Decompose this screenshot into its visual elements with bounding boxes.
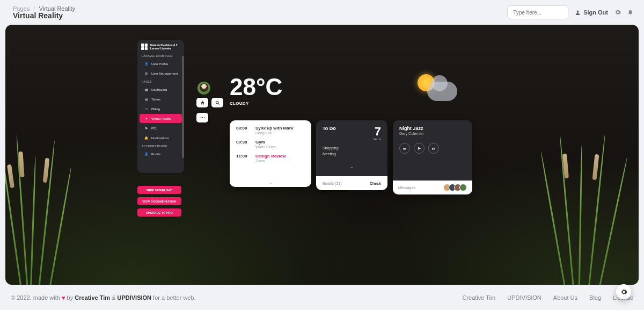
sidebar: Material Dashboard 2Laravel Livewire LAR… (137, 40, 187, 219)
track-artist: Gary Coleman (399, 132, 466, 135)
search-icon (215, 100, 220, 105)
sidebar-item-notifications[interactable]: 🔔Notifications (140, 133, 182, 142)
svg-point-1 (216, 101, 218, 104)
sidebar-item-billing[interactable]: ▭Billing (140, 104, 182, 113)
messages-label: Messages (398, 186, 415, 190)
sidebar-section-laravel: LARAVEL EXAMPLES (137, 53, 184, 59)
breadcrumb-sep: / (33, 5, 35, 12)
prev-button[interactable]: ⏮ (399, 143, 410, 154)
ellipsis-icon: ⋯ (200, 115, 205, 120)
search-button[interactable] (211, 98, 223, 107)
footer-link[interactable]: Creative Tim (462, 294, 495, 301)
home-button[interactable] (196, 98, 208, 107)
user-icon: 👤 (144, 62, 148, 66)
prev-icon: ⏮ (403, 147, 407, 150)
todo-count: 7 (374, 126, 381, 138)
footer-copy: © 2022, made with ♥ by Creative Tim & UP… (11, 294, 196, 301)
breadcrumb-current: Virtual Reality (39, 5, 75, 12)
todo-title: To Do (323, 126, 336, 141)
scrollbar[interactable] (182, 56, 184, 158)
breadcrumb: Pages / Virtual Reality (13, 5, 75, 12)
gear-icon[interactable] (614, 9, 621, 16)
todo-card: To Do 7 items Shopping Meeting ⌄ Emails … (316, 120, 387, 190)
rtl-icon: ⮞ (144, 126, 148, 130)
todo-list: Shopping Meeting (316, 143, 387, 159)
sidebar-item-dashboard[interactable]: ▦Dashboard (140, 85, 182, 94)
topbar: Pages / Virtual Reality Virtual Reality … (0, 0, 644, 25)
user-icon (575, 10, 581, 16)
sidebar-section-pages: PAGES (137, 78, 184, 84)
schedule-card: 08:00 Synk up with MarkHangouts 09:30 Gy… (230, 120, 311, 187)
gear-icon (620, 289, 627, 295)
sidebar-section-account: ACCOUNT PAGES (137, 143, 184, 149)
weather-condition: CLOUDY (230, 101, 282, 106)
dashboard-icon: ▦ (144, 88, 148, 91)
footer-link[interactable]: Blog (589, 294, 601, 301)
play-button[interactable]: ▶ (414, 143, 425, 154)
view-documentation-button[interactable]: VIEW DOCUMENTATION (137, 197, 181, 205)
weather-widget: 28°C CLOUDY (230, 75, 282, 106)
sidebar-item-user-profile[interactable]: 👤User Profile (140, 59, 182, 68)
sidebar-item-tables[interactable]: ▤Tables (140, 95, 182, 104)
sidebar-brand[interactable]: Material Dashboard 2Laravel Livewire (137, 40, 184, 53)
schedule-row[interactable]: 11:00 Design ReviewZoom (236, 154, 305, 163)
more-button[interactable]: ⋯ (196, 113, 208, 122)
music-card: Night Jazz Gary Coleman ⏮ ▶ ⏭ Messages (393, 120, 472, 194)
track-title: Night Jazz (399, 126, 466, 131)
bell-icon: 🔔 (144, 136, 148, 140)
chevron-down-icon[interactable]: ⌄ (350, 164, 354, 169)
emails-label: Emails (21) (323, 182, 341, 185)
schedule-row[interactable]: 09:30 GymWorld Class (236, 140, 305, 149)
avatar[interactable] (197, 82, 210, 95)
footer-link-creative-tim[interactable]: Creative Tim (75, 294, 110, 301)
breadcrumb-root[interactable]: Pages (13, 5, 30, 12)
sidebar-item-user-management[interactable]: ☰User Management (140, 69, 182, 78)
svg-point-0 (577, 10, 579, 12)
avatar-stack[interactable] (445, 184, 467, 191)
next-icon: ⏭ (432, 147, 436, 150)
vr-icon: ✦ (144, 117, 148, 120)
upgrade-to-pro-button[interactable]: UPGRADE TO PRO (137, 208, 181, 217)
temperature: 28°C (230, 75, 282, 99)
chevron-down-icon[interactable]: ⌄ (269, 180, 273, 185)
schedule-row[interactable]: 08:00 Synk up with MarkHangouts (236, 126, 305, 135)
user-icon: 👤 (144, 152, 148, 156)
footer: © 2022, made with ♥ by Creative Tim & UP… (0, 285, 644, 310)
bell-icon[interactable] (627, 10, 633, 16)
home-icon (200, 100, 205, 105)
list-icon: ☰ (144, 71, 148, 75)
play-icon: ▶ (418, 146, 421, 150)
table-icon: ▤ (144, 97, 148, 101)
sidebar-item-virtual-reality[interactable]: ✦Virtual Reality (140, 114, 182, 123)
sidebar-item-rtl[interactable]: ⮞RTL (140, 124, 182, 133)
free-download-button[interactable]: FREE DOWNLOAD (137, 186, 181, 194)
page-title: Virtual Reality (13, 11, 75, 20)
footer-links: Creative Tim UPDIVISION About Us Blog Li… (462, 294, 633, 301)
check-link[interactable]: Check (370, 182, 381, 185)
sign-out-link[interactable]: Sign Out (575, 9, 608, 16)
footer-link-updivision[interactable]: UPDIVISION (117, 294, 151, 301)
footer-link[interactable]: UPDIVISION (507, 294, 541, 301)
next-button[interactable]: ⏭ (428, 143, 439, 154)
brand-icon (141, 44, 148, 50)
search-input[interactable] (507, 5, 568, 19)
billing-icon: ▭ (144, 107, 148, 111)
sidebar-item-profile[interactable]: 👤Profile (140, 149, 182, 158)
footer-link[interactable]: About Us (553, 294, 577, 301)
settings-fab[interactable] (616, 284, 631, 299)
